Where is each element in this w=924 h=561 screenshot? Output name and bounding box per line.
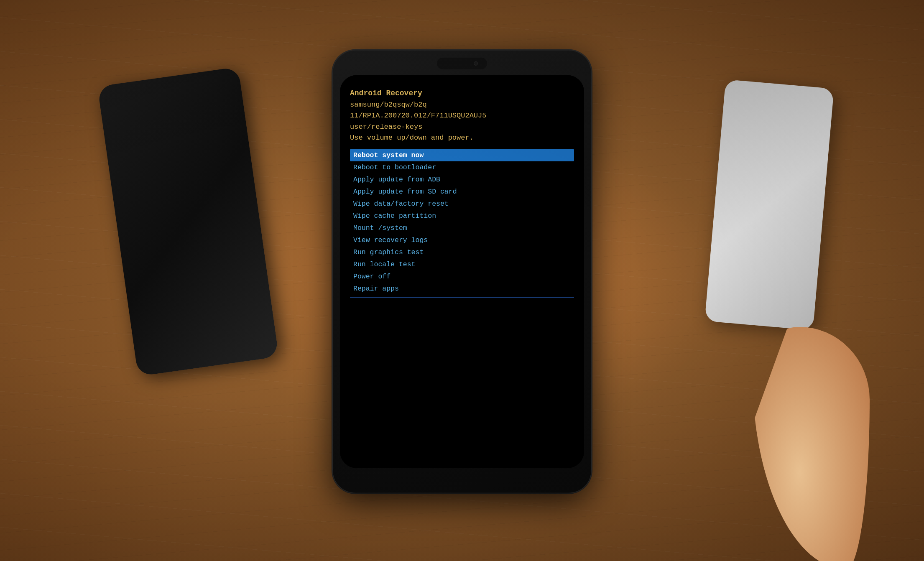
menu-item-apply-sd[interactable]: Apply update from SD card — [350, 186, 574, 198]
menu-item-reboot-bootloader[interactable]: Reboot to bootloader — [350, 161, 574, 173]
main-phone: Android Recovery samsung/b2qsqw/b2q 11/R… — [332, 50, 592, 493]
scene: Android Recovery samsung/b2qsqw/b2q 11/R… — [0, 0, 924, 561]
recovery-header: Android Recovery samsung/b2qsqw/b2q 11/R… — [350, 88, 574, 143]
menu-item-mount-system[interactable]: Mount /system — [350, 222, 574, 234]
recovery-keys: user/release-keys — [350, 121, 574, 132]
menu-item-repair-apps[interactable]: Repair apps — [350, 283, 574, 295]
recovery-instructions: Use volume up/down and power. — [350, 133, 574, 143]
background-phone-left — [97, 67, 279, 377]
recovery-device: samsung/b2qsqw/b2q — [350, 99, 574, 110]
menu-item-power-off[interactable]: Power off — [350, 270, 574, 283]
menu-item-run-locale[interactable]: Run locale test — [350, 258, 574, 270]
phone-screen: Android Recovery samsung/b2qsqw/b2q 11/R… — [340, 75, 584, 468]
background-phone-right — [704, 79, 834, 330]
menu-divider-bottom — [350, 297, 574, 298]
menu-item-wipe-cache[interactable]: Wipe cache partition — [350, 210, 574, 222]
menu-item-wipe-data[interactable]: Wipe data/factory reset — [350, 198, 574, 210]
screen-content: Android Recovery samsung/b2qsqw/b2q 11/R… — [340, 75, 584, 468]
phone-notch — [437, 58, 487, 69]
menu-item-reboot-system[interactable]: Reboot system now — [350, 149, 574, 161]
recovery-title: Android Recovery — [350, 88, 574, 99]
menu-item-apply-adb[interactable]: Apply update from ADB — [350, 173, 574, 186]
menu-item-view-logs[interactable]: View recovery logs — [350, 234, 574, 246]
front-camera — [474, 61, 478, 66]
recovery-build: 11/RP1A.200720.012/F711USQU2AUJ5 — [350, 110, 574, 121]
recovery-menu: Reboot system nowReboot to bootloaderApp… — [350, 149, 574, 300]
hand — [753, 327, 870, 561]
menu-item-run-graphics[interactable]: Run graphics test — [350, 246, 574, 258]
